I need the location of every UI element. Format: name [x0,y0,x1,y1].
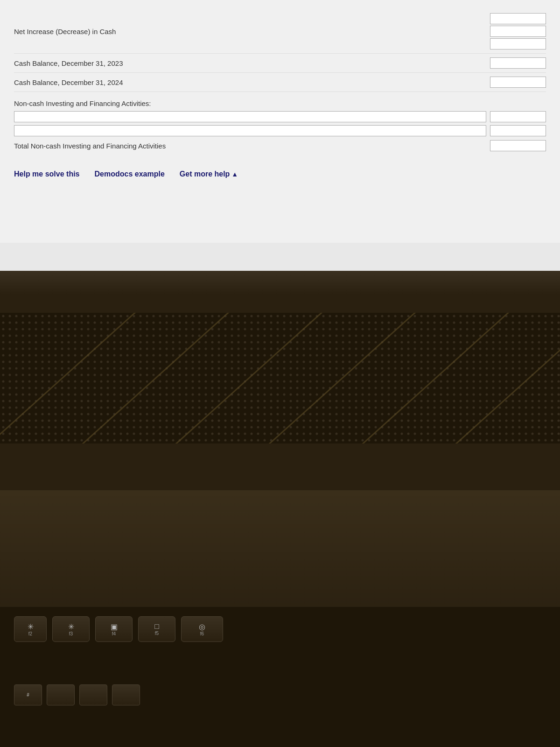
non-cash-total-input[interactable] [490,140,546,151]
non-cash-num-input-2[interactable] [490,125,546,136]
f3-label: f3 [69,631,73,636]
non-cash-num-input-1[interactable] [490,111,546,122]
cash-balance-2024-input[interactable] [490,77,546,88]
non-cash-title: Non-cash Investing and Financing Activit… [14,99,546,107]
net-increase-label: Net Increase (Decrease) in Cash [14,28,490,35]
net-increase-input-3[interactable] [490,38,546,49]
spreadsheet-app: Net Increase (Decrease) in Cash Cash Bal… [0,0,560,243]
cash-balance-2024-label: Cash Balance, December 31, 2024 [14,78,490,86]
cash-balance-2023-value [490,57,546,69]
cash-balance-2023-row: Cash Balance, December 31, 2023 [14,54,546,73]
get-more-help-button[interactable]: Get more help ▲ [180,170,238,178]
hash-key[interactable]: # [14,684,42,705]
non-cash-total-label: Total Non-cash Investing and Financing A… [14,142,166,150]
f6-key[interactable]: ◎ f6 [181,616,223,642]
keyboard-area: ✳ f2 ✳ f3 ▣ f4 □ f5 ◎ f6 # [0,607,560,747]
cash-balance-2024-row: Cash Balance, December 31, 2024 [14,73,546,92]
cash-balance-2023-label: Cash Balance, December 31, 2023 [14,59,490,67]
f6-icon: ◎ [199,622,205,631]
f4-key[interactable]: ▣ f4 [95,616,133,642]
non-cash-text-input-1[interactable] [14,111,486,122]
cash-balance-2024-value [490,77,546,88]
get-more-help-label: Get more help [180,170,230,178]
non-cash-section: Non-cash Investing and Financing Activit… [14,99,546,151]
help-me-solve-button[interactable]: Help me solve this [14,170,80,178]
hash-icon: # [27,692,29,698]
blank-key-3[interactable] [112,684,140,705]
f2-icon: ✳ [28,622,34,631]
speaker-dots-pattern [0,313,560,444]
svg-rect-1 [0,313,560,444]
f2-label: f2 [28,631,32,636]
speaker-grille [0,313,560,444]
f4-label: f4 [112,631,116,636]
non-cash-row-2 [14,125,546,136]
blank-key-2[interactable] [79,684,107,705]
laptop-hinge [0,271,560,294]
action-buttons-row: Help me solve this Demodocs example Get … [14,165,546,178]
f3-key[interactable]: ✳ f3 [52,616,90,642]
cash-balance-2023-input[interactable] [490,57,546,69]
f4-icon: ▣ [111,622,118,631]
f5-key[interactable]: □ f5 [138,616,175,642]
net-increase-input-2[interactable] [490,26,546,37]
net-increase-inputs [490,13,546,49]
laptop-screen: Net Increase (Decrease) in Cash Cash Bal… [0,0,560,271]
non-cash-row-1 [14,111,546,122]
non-cash-text-input-2[interactable] [14,125,486,136]
f5-label: f5 [155,631,159,636]
chevron-up-icon: ▲ [231,170,238,178]
demodocs-example-button[interactable]: Demodocs example [95,170,165,178]
f3-icon: ✳ [68,622,74,631]
net-increase-row: Net Increase (Decrease) in Cash [14,9,546,54]
non-cash-total-row: Total Non-cash Investing and Financing A… [14,140,546,151]
speaker-area [0,294,560,490]
f6-label: f6 [200,631,204,636]
f2-key[interactable]: ✳ f2 [14,616,47,642]
net-increase-input-1[interactable] [490,13,546,24]
blank-key-1[interactable] [47,684,75,705]
f5-icon: □ [154,622,159,631]
